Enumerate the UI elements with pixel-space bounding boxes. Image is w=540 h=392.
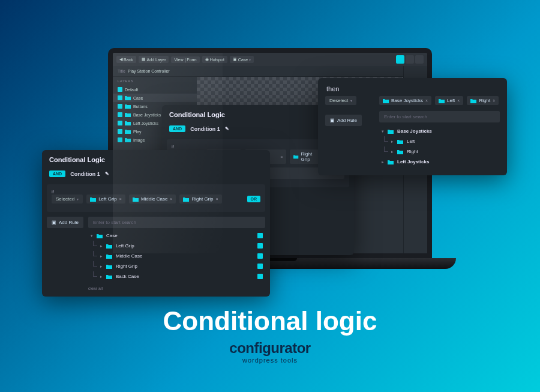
title-bar: Title Play Station Controller bbox=[113, 66, 427, 77]
tree-row[interactable]: ▸Right bbox=[379, 146, 500, 157]
tree-row[interactable]: ▸Back Case bbox=[88, 271, 265, 282]
layer-tree: ▾Case ▸Left Grip ▸Middle Case ▸Right Gri… bbox=[88, 231, 265, 282]
tree-row[interactable]: ▸Middle Case bbox=[88, 251, 265, 261]
tool-icon[interactable] bbox=[415, 55, 424, 64]
add-rule-button[interactable]: ▣ Add Rule bbox=[325, 115, 362, 126]
check-icon[interactable] bbox=[257, 274, 263, 279]
search-input[interactable]: Enter to start search bbox=[379, 111, 500, 122]
then-panel: then Deselect▾ ▣ Add Rule Base Joysticks… bbox=[318, 78, 507, 175]
case-dropdown[interactable]: ▣ Case ▾ bbox=[230, 56, 254, 63]
condition-name: Condition 1 bbox=[70, 171, 100, 177]
layer-tag[interactable]: Base Joysticks× bbox=[379, 96, 431, 105]
layer-tag[interactable]: Right Grip× bbox=[179, 194, 221, 204]
title-label: Title bbox=[118, 69, 125, 73]
check-icon[interactable] bbox=[257, 253, 263, 259]
tree-row[interactable]: ▸Left bbox=[379, 136, 500, 146]
tree-row[interactable]: ▸Right Grip bbox=[88, 261, 265, 271]
tree-row[interactable]: ▾Case bbox=[88, 231, 265, 241]
tree-row[interactable]: ▸Left Grip bbox=[88, 241, 265, 251]
condition-name: Condition 1 bbox=[190, 126, 220, 132]
tree-row[interactable]: ▸Left Joysticks bbox=[379, 157, 500, 167]
layer-tag[interactable]: Right× bbox=[467, 96, 499, 105]
layer-tree: ▾Base Joysticks ▸Left ▸Right ▸Left Joyst… bbox=[379, 126, 500, 167]
add-layer-button[interactable]: ▦ Add Layer bbox=[139, 56, 169, 63]
or-badge[interactable]: OR bbox=[247, 196, 261, 202]
tool-active-icon[interactable] bbox=[396, 55, 404, 64]
search-input[interactable]: Enter to start search bbox=[88, 217, 265, 228]
hero-title: Conditional logic bbox=[0, 306, 540, 336]
hero-text: Conditional logic configurator wordpress… bbox=[0, 306, 540, 364]
top-toolbar: ◀ Back ▦ Add Layer View | Form ◉ Hotspot… bbox=[113, 53, 427, 66]
layer-tag[interactable]: Left× bbox=[435, 96, 463, 105]
if-label: if bbox=[52, 189, 260, 194]
layer-tag[interactable]: Middle Case× bbox=[129, 194, 176, 204]
view-toggle[interactable]: View | Form bbox=[171, 56, 199, 63]
hotspot-button[interactable]: ◉ Hotspot bbox=[202, 56, 227, 63]
tool-icon[interactable] bbox=[406, 55, 414, 64]
edit-icon[interactable]: ✎ bbox=[225, 126, 229, 131]
and-badge[interactable]: AND bbox=[169, 125, 185, 132]
brand-logo: configurator wordpress tools bbox=[0, 340, 540, 364]
brand-subtitle: wordpress tools bbox=[0, 357, 540, 364]
tree-row[interactable]: ▾Base Joysticks bbox=[379, 126, 500, 136]
layer-tag[interactable]: Left Grip× bbox=[86, 194, 125, 204]
and-badge[interactable]: AND bbox=[49, 170, 65, 177]
deselect-dropdown[interactable]: Deselect▾ bbox=[325, 96, 356, 105]
project-title: Play Station Controller bbox=[128, 69, 170, 73]
back-button[interactable]: ◀ Back bbox=[116, 56, 136, 63]
edit-icon[interactable]: ✎ bbox=[105, 171, 109, 176]
layers-heading: LAYERS bbox=[113, 77, 197, 85]
check-icon[interactable] bbox=[257, 243, 263, 249]
conditional-logic-panel-front: Conditional Logic AND Condition 1 ✎ if S… bbox=[42, 150, 270, 297]
layer-row[interactable]: Case bbox=[113, 94, 197, 102]
check-icon[interactable] bbox=[257, 264, 263, 269]
then-label: then bbox=[318, 78, 507, 96]
clear-all-link[interactable]: clear all bbox=[88, 284, 265, 297]
rule-box: if Selected▾ Left Grip× Middle Case× Rig… bbox=[47, 184, 265, 212]
add-rule-button[interactable]: ▣ Add Rule bbox=[47, 217, 83, 228]
check-icon[interactable] bbox=[257, 233, 263, 238]
layer-row[interactable]: Default bbox=[113, 85, 197, 94]
panel-title: Conditional Logic bbox=[42, 150, 270, 168]
selected-dropdown[interactable]: Selected▾ bbox=[52, 194, 83, 204]
